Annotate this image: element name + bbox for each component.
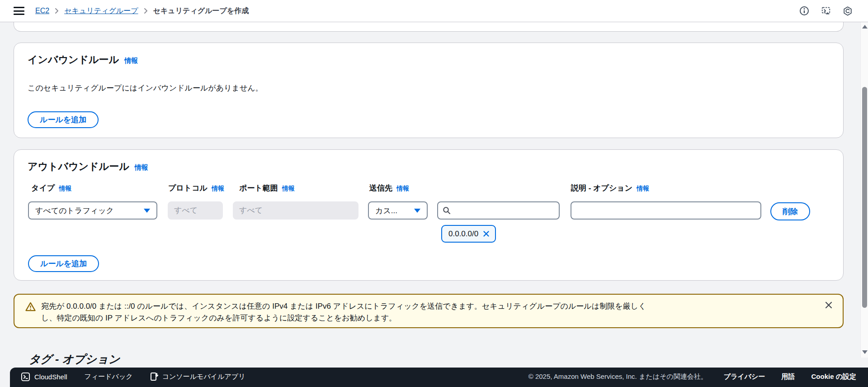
- warning-icon: [25, 302, 36, 321]
- console-footer: CloudShell フィードバック コンソールモバイルアプリ © 2025, …: [10, 368, 868, 387]
- vertical-scrollbar[interactable]: [860, 22, 868, 358]
- description-info-link[interactable]: 情報: [637, 185, 649, 192]
- close-icon[interactable]: [825, 301, 833, 311]
- warning-message: 宛先が 0.0.0.0/0 または ::/0 のルールでは、インスタンスは任意の…: [41, 301, 655, 321]
- outbound-info-link[interactable]: 情報: [135, 163, 148, 172]
- scroll-up-arrow-icon[interactable]: [862, 25, 868, 29]
- inbound-info-link[interactable]: 情報: [124, 57, 138, 65]
- cloudshell-terminal-icon: [21, 372, 30, 382]
- column-label-destination: 送信先情報: [369, 183, 409, 193]
- breadcrumb-current-page: セキュリティグループを作成: [153, 6, 249, 16]
- description-input[interactable]: [571, 201, 761, 220]
- destination-search-input[interactable]: [454, 206, 554, 215]
- outbound-rules-title: アウトバウンドルール: [28, 160, 129, 173]
- hamburger-menu-icon[interactable]: [14, 7, 24, 15]
- inbound-add-rule-button[interactable]: ルールを追加: [28, 111, 99, 128]
- aws-console-screen: EC2 セキュリティグループ セキュリティグループを作成: [0, 0, 868, 387]
- column-label-description: 説明 - オプション情報: [571, 183, 649, 193]
- protocol-input: [168, 201, 223, 220]
- info-icon[interactable]: [799, 6, 809, 16]
- search-icon: [443, 206, 451, 215]
- inbound-rules-section: インバウンドルール 情報 このセキュリティグループにはインバウンドルールがありま…: [14, 43, 844, 138]
- cloudshell-icon[interactable]: [821, 6, 831, 16]
- feedback-button[interactable]: フィードバック: [85, 373, 133, 381]
- breadcrumb-link-security-groups[interactable]: セキュリティグループ: [64, 6, 138, 16]
- destination-type-select[interactable]: カス...: [368, 201, 428, 220]
- inbound-empty-message: このセキュリティグループにはインバウンドルールがありません。: [28, 83, 830, 93]
- destination-info-link[interactable]: 情報: [396, 185, 409, 192]
- breadcrumb: EC2 セキュリティグループ セキュリティグループを作成: [35, 6, 249, 16]
- privacy-link[interactable]: プライバシー: [724, 373, 765, 381]
- scroll-down-arrow-icon[interactable]: [862, 350, 868, 354]
- outbound-add-rule-button[interactable]: ルールを追加: [28, 255, 99, 272]
- chevron-right-icon: [55, 8, 59, 14]
- chevron-down-icon: [144, 209, 150, 213]
- breadcrumb-link-ec2[interactable]: EC2: [35, 7, 49, 15]
- inbound-rules-title: インバウンドルール: [28, 53, 119, 67]
- console-mobile-app-button[interactable]: コンソールモバイルアプリ: [150, 372, 245, 381]
- remove-chip-icon[interactable]: [483, 230, 490, 237]
- column-label-type: タイプ情報: [31, 183, 71, 193]
- outbound-rules-section: アウトバウンドルール 情報 タイプ情報 プロトコル情報 ポート範囲情報 送信先情…: [14, 149, 844, 281]
- type-select[interactable]: すべてのトラフィック: [28, 201, 157, 220]
- page-content: インバウンドルール 情報 このセキュリティグループにはインバウンドルールがありま…: [0, 22, 868, 387]
- port-range-info-link[interactable]: 情報: [282, 185, 295, 192]
- amazon-q-icon[interactable]: [843, 6, 853, 16]
- mobile-phone-download-icon: [150, 372, 158, 381]
- column-label-protocol: プロトコル情報: [168, 183, 224, 193]
- column-label-port-range: ポート範囲情報: [239, 183, 295, 193]
- cookie-settings-button[interactable]: Cookie の設定: [811, 373, 856, 381]
- copyright-text: © 2025, Amazon Web Services, Inc. またはその関…: [528, 373, 708, 381]
- previous-section-card-edge: [14, 22, 844, 32]
- chevron-down-icon: [414, 209, 420, 213]
- delete-rule-button[interactable]: 削除: [770, 202, 810, 220]
- protocol-info-link[interactable]: 情報: [212, 185, 224, 192]
- chevron-right-icon: [144, 8, 148, 14]
- open-destination-warning-alert: 宛先が 0.0.0.0/0 または ::/0 のルールでは、インスタンスは任意の…: [14, 294, 844, 328]
- destination-cidr-chip: 0.0.0.0/0: [441, 225, 496, 243]
- port-range-input: [233, 201, 359, 220]
- destination-search-box: [437, 201, 560, 220]
- breadcrumb-bar: EC2 セキュリティグループ セキュリティグループを作成: [0, 0, 868, 22]
- tags-section-title: タグ - オプション: [29, 352, 120, 367]
- scrollbar-thumb[interactable]: [862, 87, 867, 308]
- terms-link[interactable]: 用語: [781, 373, 795, 381]
- type-info-link[interactable]: 情報: [59, 185, 71, 192]
- cloudshell-button[interactable]: CloudShell: [21, 372, 67, 382]
